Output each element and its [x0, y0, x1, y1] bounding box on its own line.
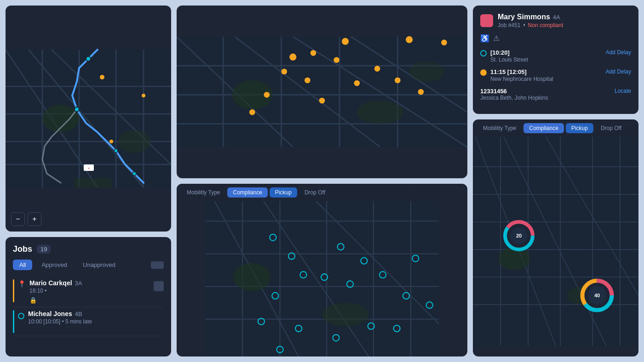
- job-content-mario: Mario Carkqel 3A 16:10 • 🔒: [29, 279, 150, 304]
- left-map-card: + − +: [6, 6, 171, 232]
- info-card-header: Mary Simmons 4A Job #451 • Non compliant: [480, 13, 631, 28]
- passenger-names: Jessica Beth, John Hopkins: [480, 95, 548, 101]
- svg-point-19: [100, 75, 104, 79]
- mid-bottom-map: Mobilitly Type Compliance Pickup Drop Of…: [177, 184, 467, 356]
- svg-point-47: [334, 57, 339, 63]
- tab-mobility-type-right[interactable]: Mobilitly Type: [477, 123, 522, 133]
- unapproved-toggle[interactable]: [151, 261, 164, 269]
- stop-2: 11:15 [12:05] New Nephrocare Hospital Ad…: [480, 68, 631, 82]
- stop-1-time: [10:20]: [490, 49, 528, 56]
- svg-point-38: [357, 101, 403, 124]
- svg-point-42: [289, 54, 296, 61]
- passenger-row: 12331456 Jessica Beth, John Hopkins Loca…: [480, 88, 631, 101]
- svg-point-15: [86, 57, 91, 61]
- zoom-in-button[interactable]: +: [28, 212, 41, 226]
- zoom-out-button[interactable]: −: [11, 212, 25, 226]
- right-tab-bar: Mobilitly Type Compliance Pickup Drop Of…: [473, 119, 638, 137]
- job-time-mario: 16:10 •: [29, 288, 150, 294]
- stop-1-place: St. Louis Street: [490, 57, 528, 63]
- job-pin-mario: 📍: [18, 280, 26, 288]
- job-dot-micheal: [18, 313, 24, 319]
- job-name-mario: Mario Carkqel: [29, 279, 72, 287]
- svg-rect-14: [75, 178, 111, 187]
- person-avatar: [480, 14, 493, 27]
- job-lock-mario: 🔒: [29, 296, 150, 304]
- jobs-title: Jobs: [13, 244, 32, 254]
- svg-point-46: [319, 98, 325, 104]
- svg-point-48: [354, 80, 360, 86]
- svg-point-39: [409, 61, 444, 82]
- job-bar-micheal: [13, 310, 14, 333]
- left-map-svg: +: [6, 6, 171, 232]
- stop-1-dot: [480, 50, 487, 57]
- passenger-id: 12331456: [480, 88, 548, 95]
- status-badge: Non compliant: [528, 22, 564, 28]
- job-name-micheal: Micheal Jones: [28, 310, 72, 317]
- right-column: Mary Simmons 4A Job #451 • Non compliant…: [473, 6, 638, 356]
- stop-1: [10:20] St. Louis Street Add Delay: [480, 49, 631, 63]
- job-badge-mario: 3A: [75, 280, 82, 287]
- filter-unapproved-button[interactable]: Unapproved: [76, 260, 122, 270]
- svg-rect-88: [473, 130, 638, 346]
- svg-point-16: [75, 107, 79, 112]
- right-map-card: Mobilitly Type Compliance Pickup Drop Of…: [473, 119, 638, 356]
- job-time-micheal: 10:00 [10:05] • 5 mins late: [28, 318, 164, 325]
- mid-top-map-svg: [177, 6, 467, 178]
- tab-pickup-mid[interactable]: Pickup: [270, 187, 297, 198]
- svg-point-53: [264, 92, 270, 98]
- add-delay-1-button[interactable]: Add Delay: [606, 49, 631, 56]
- job-checkbox-mario[interactable]: [154, 281, 164, 291]
- compliance-icons: ♿ ⚠: [480, 34, 631, 43]
- job-bar-mario: [13, 279, 14, 302]
- stop-2-dot: [480, 69, 487, 76]
- stop-2-place: New Nephrocare Hospital: [490, 76, 553, 82]
- svg-point-54: [249, 109, 255, 115]
- tab-mobility-type-mid[interactable]: Mobilitly Type: [181, 187, 225, 198]
- tab-compliance-right[interactable]: Compliance: [523, 123, 564, 133]
- svg-point-17: [114, 149, 118, 153]
- add-delay-2-button[interactable]: Add Delay: [606, 68, 631, 75]
- stop-2-time: 11:15 [12:05]: [490, 68, 553, 75]
- jobs-card: Jobs 19 All Approved Unapproved 📍 Mario …: [6, 237, 171, 356]
- person-name: Mary Simmons: [498, 13, 550, 21]
- job-number: Job #451: [498, 22, 520, 28]
- job-item-mario: 📍 Mario Carkqel 3A 16:10 • 🔒: [13, 277, 164, 307]
- svg-point-43: [310, 50, 316, 56]
- svg-point-50: [395, 77, 401, 83]
- svg-point-51: [418, 89, 424, 95]
- wheelchair-icon: ♿: [480, 34, 489, 43]
- stop-2-details: 11:15 [12:05] New Nephrocare Hospital: [490, 68, 553, 82]
- tab-dropoff-right[interactable]: Drop Off: [595, 123, 627, 133]
- svg-text:40: 40: [594, 293, 600, 298]
- right-map-svg: 20 40: [473, 119, 638, 356]
- person-badge: 4A: [553, 14, 560, 21]
- info-card: Mary Simmons 4A Job #451 • Non compliant…: [473, 6, 638, 114]
- job-badge-micheal: 4B: [75, 311, 82, 317]
- svg-text:20: 20: [516, 233, 522, 238]
- job-item-micheal: Micheal Jones 4B 10:00 [10:05] • 5 mins …: [13, 307, 164, 336]
- passenger-details: 12331456 Jessica Beth, John Hopkins: [480, 88, 548, 101]
- tab-dropoff-mid[interactable]: Drop Off: [299, 187, 331, 198]
- svg-point-68: [233, 263, 270, 291]
- filter-all-button[interactable]: All: [13, 260, 32, 270]
- mid-bottom-map-svg: [177, 184, 467, 356]
- tab-compliance-mid[interactable]: Compliance: [227, 187, 267, 198]
- svg-point-69: [322, 303, 369, 326]
- svg-point-52: [441, 40, 447, 45]
- stop-1-details: [10:20] St. Louis Street: [490, 49, 528, 63]
- person-info: Mary Simmons 4A Job #451 • Non compliant: [498, 13, 563, 28]
- middle-column: Mobilitly Type Compliance Pickup Drop Of…: [177, 6, 467, 356]
- mid-top-map: [177, 6, 467, 178]
- tab-pickup-right[interactable]: Pickup: [566, 123, 593, 133]
- filter-approved-button[interactable]: Approved: [35, 260, 74, 270]
- svg-point-41: [406, 36, 413, 43]
- jobs-count: 19: [37, 245, 51, 254]
- warning-icon: ⚠: [493, 34, 500, 43]
- svg-point-40: [342, 38, 349, 45]
- svg-point-21: [142, 94, 145, 97]
- locate-button[interactable]: Locate: [615, 88, 631, 94]
- zoom-controls: − +: [11, 212, 41, 226]
- svg-text:+: +: [88, 166, 90, 170]
- job-content-micheal: Micheal Jones 4B 10:00 [10:05] • 5 mins …: [28, 310, 164, 325]
- svg-point-44: [282, 68, 288, 74]
